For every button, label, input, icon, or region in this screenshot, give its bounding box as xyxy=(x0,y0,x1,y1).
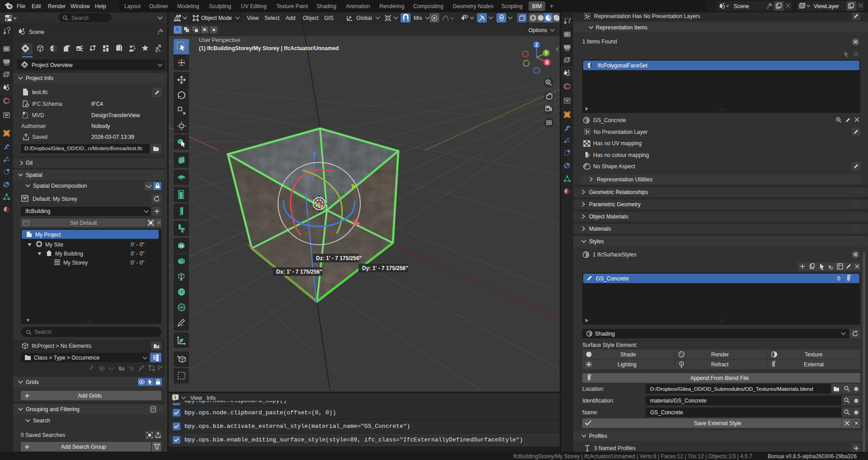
svg-text:Dx: 1' - 7 175/256": Dx: 1' - 7 175/256" xyxy=(276,269,322,275)
svg-text:Dz: 1' - 7 175/256": Dz: 1' - 7 175/256" xyxy=(316,255,362,261)
svg-text:Dy: 1' - 7 175/256": Dy: 1' - 7 175/256" xyxy=(362,265,408,271)
svg-text:Z: Z xyxy=(535,43,538,47)
svg-text:Y: Y xyxy=(545,51,548,56)
svg-text:?: ? xyxy=(152,407,154,412)
svg-text:X: X xyxy=(546,60,549,65)
svg-text:i: i xyxy=(175,395,176,400)
